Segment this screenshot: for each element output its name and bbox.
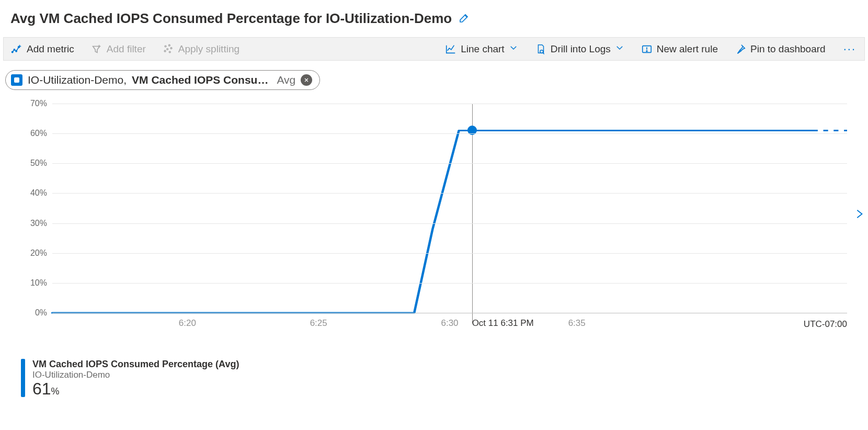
apply-splitting-button[interactable]: Apply splitting (161, 42, 242, 56)
add-filter-label: Add filter (107, 43, 146, 55)
chip-metric: VM Cached IOPS Consu… (132, 74, 268, 86)
chevron-down-icon (615, 43, 624, 55)
x-axis-tick: 6:20 (179, 318, 196, 329)
legend-current-value: 61% (32, 380, 239, 397)
svg-point-3 (18, 47, 19, 48)
chevron-down-icon (509, 43, 518, 55)
svg-point-2 (16, 50, 17, 51)
svg-point-12 (646, 50, 647, 51)
new-alert-label: New alert rule (657, 43, 718, 55)
chart-type-label: Line chart (461, 43, 504, 55)
page-title: Avg VM Cached IOPS Consumed Percentage f… (10, 10, 452, 27)
y-axis-tick: 70% (21, 99, 47, 108)
pin-dashboard-label: Pin to dashboard (750, 43, 826, 55)
svg-point-1 (14, 49, 15, 50)
chart-crosshair (472, 104, 473, 323)
drill-logs-label: Drill into Logs (551, 43, 611, 55)
new-alert-rule-button[interactable]: New alert rule (639, 42, 720, 56)
x-axis: Oct 11 6:31 PM 6:206:256:306:35 (52, 318, 847, 339)
metric-selector-chip[interactable]: IO-Utilization-Demo, VM Cached IOPS Cons… (5, 70, 320, 90)
y-axis-tick: 10% (21, 278, 47, 288)
remove-metric-icon[interactable] (301, 74, 312, 86)
svg-point-4 (165, 46, 166, 47)
chart-plot-area[interactable] (52, 104, 847, 313)
y-axis-tick: 30% (21, 219, 47, 228)
pin-to-dashboard-button[interactable]: Pin to dashboard (733, 42, 828, 56)
chart-type-dropdown[interactable]: Line chart (443, 42, 520, 56)
y-axis-tick: 20% (21, 248, 47, 258)
x-axis-tick: 6:25 (310, 318, 327, 329)
chip-resource: IO-Utilization-Demo, (28, 74, 127, 86)
add-filter-button[interactable]: Add filter (89, 42, 148, 56)
edit-title-icon[interactable] (458, 12, 471, 26)
y-axis-tick: 0% (21, 308, 47, 318)
scroll-right-button[interactable] (853, 205, 865, 225)
legend-resource-name: IO-Utilization-Demo (32, 370, 239, 380)
svg-point-0 (12, 51, 13, 52)
svg-point-5 (168, 44, 170, 46)
apply-splitting-label: Apply splitting (178, 43, 239, 55)
more-options-button[interactable]: ··· (840, 42, 859, 56)
drill-into-logs-dropdown[interactable]: Drill into Logs (533, 42, 626, 56)
x-axis-tick: 6:35 (568, 318, 586, 329)
chart-legend-item[interactable]: VM Cached IOPS Consumed Percentage (Avg)… (21, 359, 847, 397)
legend-color-swatch (21, 359, 25, 397)
svg-point-6 (167, 48, 168, 50)
y-axis-tick: 50% (21, 159, 47, 168)
svg-point-9 (169, 51, 170, 53)
svg-point-7 (170, 47, 172, 49)
x-axis-tick: 6:30 (441, 318, 458, 329)
legend-series-name: VM Cached IOPS Consumed Percentage (Avg) (32, 359, 239, 370)
line-chart[interactable]: 0%10%20%30%40%50%60%70% Oct 11 6:31 PM 6… (21, 104, 847, 344)
y-axis-tick: 60% (21, 129, 47, 138)
chart-hover-label: Oct 11 6:31 PM (472, 318, 534, 329)
resource-icon (11, 74, 22, 86)
y-axis-tick: 40% (21, 188, 47, 198)
timezone-label: UTC-07:00 (804, 319, 847, 330)
add-metric-label: Add metric (27, 43, 74, 55)
svg-point-8 (164, 50, 166, 52)
chart-toolbar: Add metric Add filter Apply splitting Li… (3, 37, 865, 61)
y-axis: 0%10%20%30%40%50%60%70% (21, 104, 50, 313)
add-metric-button[interactable]: Add metric (9, 42, 76, 56)
chip-aggregation: Avg (277, 74, 295, 86)
